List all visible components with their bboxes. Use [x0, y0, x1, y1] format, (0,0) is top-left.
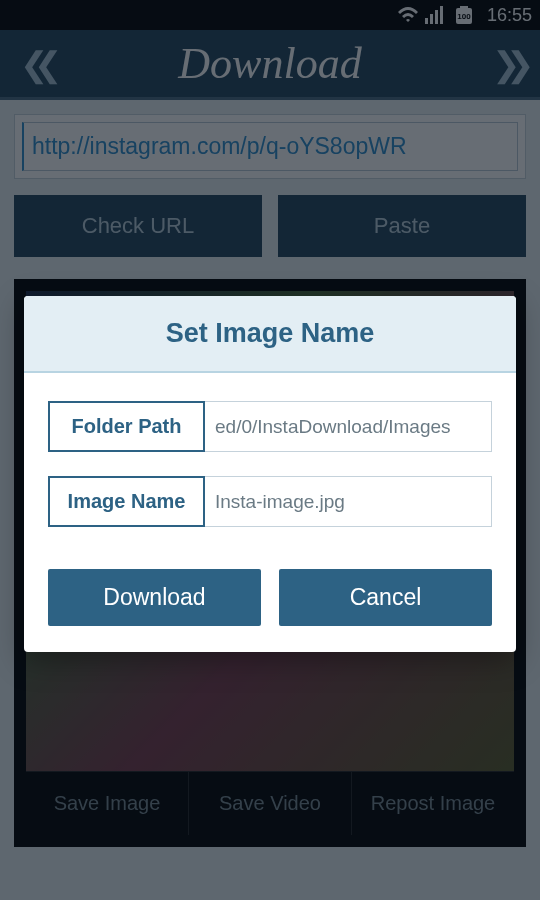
dialog-body: Folder Path ed/0/InstaDownload/Images Im…: [24, 373, 516, 559]
modal-overlay[interactable]: Set Image Name Folder Path ed/0/InstaDow…: [0, 0, 540, 900]
dialog-title: Set Image Name: [24, 296, 516, 373]
folder-path-label: Folder Path: [48, 401, 205, 452]
folder-path-row: Folder Path ed/0/InstaDownload/Images: [48, 401, 492, 452]
download-button[interactable]: Download: [48, 569, 261, 626]
image-name-input[interactable]: Insta-image.jpg: [205, 476, 492, 527]
cancel-button[interactable]: Cancel: [279, 569, 492, 626]
image-name-label: Image Name: [48, 476, 205, 527]
folder-path-value[interactable]: ed/0/InstaDownload/Images: [205, 401, 492, 452]
set-image-name-dialog: Set Image Name Folder Path ed/0/InstaDow…: [24, 296, 516, 652]
image-name-row: Image Name Insta-image.jpg: [48, 476, 492, 527]
dialog-buttons: Download Cancel: [24, 559, 516, 652]
